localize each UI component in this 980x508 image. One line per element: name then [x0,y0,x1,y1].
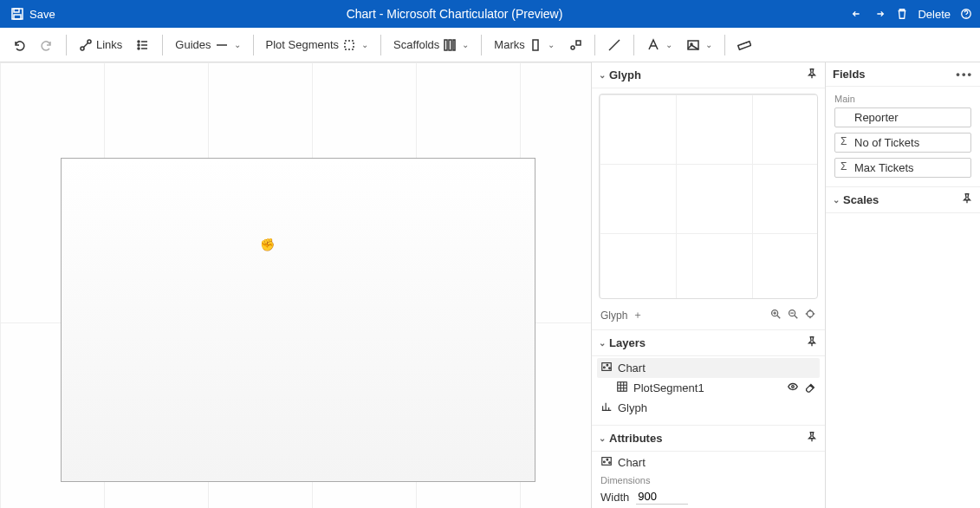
guides-label: Guides [175,38,211,51]
undo-button[interactable] [7,35,31,55]
chevron-down-icon: ⌄ [665,40,672,49]
redo-button[interactable] [35,35,59,55]
chart-plot-area[interactable] [61,158,535,482]
zoom-in-icon[interactable] [769,308,782,322]
fields-title: Fields [833,68,866,81]
save-button[interactable]: Save [7,5,59,23]
main-toolbar: Links Guides ⌄ Plot Segments ⌄ Scaffolds… [0,28,980,62]
text-icon [646,38,660,52]
collapse-icon[interactable]: ⌄ [599,433,606,443]
glyph-panel-header: ⌄ Glyph [592,62,825,88]
symbol-icon [568,38,582,52]
visibility-icon[interactable] [787,381,799,395]
chart-icon [600,455,613,470]
pin-icon[interactable] [961,192,973,207]
image-mark-button[interactable]: ⌄ [681,35,717,55]
add-glyph-button[interactable]: ＋ [633,308,643,322]
field-reporter[interactable]: Reporter [834,107,971,127]
svg-rect-1 [14,9,19,12]
guides-button[interactable]: Guides ⌄ [170,35,245,55]
glyph-footer-label: Glyph [600,309,627,322]
more-icon[interactable]: ••• [956,68,973,81]
attr-width-label: Width [600,491,629,504]
region-icon [342,38,356,52]
undo-arrow-left-icon[interactable] [850,7,864,21]
marks-label: Marks [494,38,524,51]
attr-dimensions-label: Dimensions [600,475,816,485]
fields-main-label: Main [834,94,971,104]
glyph-editor[interactable] [599,94,818,299]
attributes-title: Attributes [609,432,662,445]
svg-point-30 [607,459,608,460]
pin-icon[interactable] [806,431,818,446]
links-icon [79,38,93,52]
save-icon [10,7,24,21]
delete-label[interactable]: Delete [918,8,951,21]
ruler-button[interactable] [732,35,756,55]
marks-button[interactable]: Marks ⌄ [489,35,559,55]
chart-canvas[interactable]: ✊ [0,62,592,508]
zoom-fit-icon[interactable] [804,308,816,322]
plot-segments-button[interactable]: Plot Segments ⌄ [261,35,374,55]
scaffolds-label: Scaffolds [393,38,439,51]
layer-glyph[interactable]: Glyph [597,398,820,418]
chevron-down-icon: ⌄ [361,40,368,49]
field-max-tickets[interactable]: Max Tickets [834,158,971,178]
chevron-down-icon: ⌄ [705,40,712,49]
field-no-of-tickets[interactable]: No of Tickets [834,133,971,153]
ruler-icon [737,38,751,52]
layer-glyph-label: Glyph [618,401,647,414]
layers-panel-header: ⌄ Layers [592,329,825,356]
links-button[interactable]: Links [74,35,127,55]
svg-point-25 [609,368,611,369]
fields-panel-header: Fields ••• [826,62,980,87]
svg-point-27 [792,386,795,388]
redo-arrow-right-icon[interactable] [873,7,886,21]
help-icon[interactable] [959,7,973,21]
columns-icon [443,38,457,52]
guide-line-icon [215,38,229,52]
svg-rect-10 [445,40,447,50]
svg-point-7 [138,44,140,46]
layers-title: Layers [609,336,646,349]
svg-point-24 [607,364,608,366]
scales-title: Scales [843,193,879,206]
collapse-icon[interactable]: ⌄ [833,195,840,205]
layer-chart-label: Chart [618,361,646,374]
svg-rect-11 [449,40,451,50]
attr-width-input[interactable] [636,489,688,505]
collapse-icon[interactable]: ⌄ [599,338,606,348]
line-mark-button[interactable] [602,35,626,55]
svg-rect-18 [737,41,750,49]
layer-chart[interactable]: Chart [597,358,820,378]
erase-icon[interactable] [804,381,816,395]
pin-icon[interactable] [806,335,818,350]
collapse-icon[interactable]: ⌄ [599,70,606,80]
save-label: Save [29,8,55,21]
svg-rect-15 [576,41,581,45]
svg-rect-26 [618,382,627,392]
bars-icon [600,401,613,415]
svg-point-21 [808,311,814,317]
symbol-mark-button[interactable] [563,35,587,55]
trash-icon[interactable] [895,7,909,21]
svg-point-14 [571,46,574,49]
links-label: Links [96,38,122,51]
pin-icon[interactable] [806,68,818,82]
scaffolds-button[interactable]: Scaffolds ⌄ [388,35,474,55]
svg-point-8 [138,48,140,49]
layer-plotsegment-label: PlotSegment1 [633,381,704,394]
window-title: Chart - Microsoft Charticulator (Preview… [59,7,851,21]
svg-point-29 [604,461,606,463]
attributes-panel-header: ⌄ Attributes [592,425,825,452]
rect-mark-icon [529,38,542,52]
zoom-out-icon[interactable] [787,308,799,322]
attr-chart-row: Chart [600,455,816,470]
title-bar: Save Chart - Microsoft Charticulator (Pr… [0,0,980,28]
legend-button[interactable] [131,35,155,55]
mid-panel: ⌄ Glyph Glyph ＋ ⌄ Layers Chart [592,62,826,508]
text-mark-button[interactable]: ⌄ [641,35,678,55]
chevron-down-icon: ⌄ [462,40,469,49]
layer-plotsegment[interactable]: PlotSegment1 [597,378,820,398]
grid-icon [616,381,628,395]
